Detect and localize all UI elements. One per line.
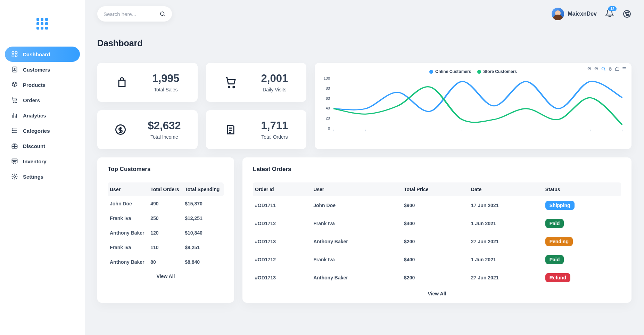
table-row[interactable]: Anthony Baker120$10,840 — [108, 226, 224, 240]
table-row[interactable]: #OD1712Frank Iva$4001 Jun 2021Paid — [253, 214, 621, 232]
column-header: Total Spending — [183, 182, 224, 196]
table-row[interactable]: Frank Iva250$12,251 — [108, 211, 224, 226]
svg-point-27 — [602, 67, 604, 70]
zoom-in-icon[interactable] — [587, 66, 592, 71]
sidebar-item-label: Orders — [23, 97, 40, 103]
svg-point-3 — [15, 55, 17, 57]
stat-label: Total Income — [148, 134, 181, 140]
categories-icon — [11, 127, 18, 134]
stat-value: 2,001 — [261, 72, 288, 85]
svg-point-13 — [13, 162, 14, 162]
sidebar-item-settings[interactable]: Settings — [5, 169, 80, 184]
table-row[interactable]: #OD1711John Doe$90017 Jun 2021Shipping — [253, 196, 621, 214]
stat-total-sales: 1,995Total Sales — [97, 63, 198, 102]
column-header: Total Price — [402, 182, 469, 196]
chart-legend: Online Customers Store Customers — [322, 69, 625, 74]
svg-rect-1 — [15, 52, 17, 54]
cart-icon — [224, 76, 237, 89]
view-all-link[interactable]: View All — [253, 287, 621, 296]
search-icon — [159, 10, 166, 17]
app-logo — [5, 7, 80, 44]
svg-rect-2 — [12, 55, 14, 57]
profile-link[interactable]: MaicxnDev — [552, 8, 597, 20]
table-row[interactable]: #OD1713Anthony Baker$20027 Jun 2021Pendi… — [253, 232, 621, 251]
chart-toolbar — [587, 66, 627, 71]
chart-plot: 100806040200 — [322, 76, 625, 135]
avatar — [552, 8, 564, 20]
table-row[interactable]: Frank Iva110$9,251 — [108, 240, 224, 255]
sidebar-item-label: Categories — [23, 128, 50, 134]
theme-icon[interactable] — [622, 9, 631, 18]
sidebar-item-dashboard[interactable]: Dashboard — [5, 47, 80, 62]
column-header: User — [108, 182, 148, 196]
sidebar-item-products[interactable]: Products — [5, 77, 80, 92]
user-name: MaicxnDev — [568, 11, 597, 17]
svg-point-8 — [12, 129, 13, 129]
receipt-icon — [224, 123, 237, 136]
svg-point-10 — [12, 132, 13, 133]
table-row[interactable]: John Doe490$15,870 — [108, 196, 224, 211]
stat-value: 1,995 — [152, 72, 180, 85]
sidebar-item-analytics[interactable]: Analytics — [5, 108, 80, 123]
column-header: Date — [469, 182, 543, 196]
view-all-link[interactable]: View All — [108, 269, 224, 279]
svg-point-5 — [14, 68, 15, 70]
status-badge: Refund — [545, 273, 570, 282]
svg-point-23 — [228, 86, 230, 88]
table-row[interactable]: #OD1713Anthony Baker$20027 Jun 2021Refun… — [253, 269, 621, 287]
sidebar-item-label: Discount — [23, 143, 45, 149]
column-header: Order Id — [253, 182, 311, 196]
chart-card: Online Customers Store Customers 1008060… — [315, 63, 631, 149]
svg-point-14 — [14, 162, 15, 162]
sidebar-item-orders[interactable]: Orders — [5, 92, 80, 108]
stat-value: 1,711 — [261, 120, 288, 132]
sidebar-item-inventory[interactable]: Inventory — [5, 154, 80, 169]
notifications-button[interactable]: 12 — [605, 9, 614, 19]
discount-icon — [11, 142, 18, 149]
status-badge: Paid — [545, 219, 564, 228]
search-input[interactable] — [104, 11, 159, 17]
sidebar-item-label: Analytics — [23, 113, 46, 119]
orders-icon — [11, 97, 18, 104]
sidebar-item-label: Customers — [23, 67, 50, 73]
stat-value: $2,632 — [148, 120, 181, 132]
bag-icon — [116, 76, 128, 89]
svg-point-9 — [12, 130, 13, 131]
customers-icon — [11, 66, 18, 73]
inventory-icon — [11, 158, 18, 165]
legend-item[interactable]: Online Customers — [429, 69, 471, 74]
dashboard-icon — [11, 51, 18, 58]
status-badge: Paid — [545, 255, 564, 264]
search-box[interactable] — [97, 6, 172, 22]
table-row[interactable]: Anthony Baker80$8,840 — [108, 255, 224, 269]
svg-point-6 — [13, 102, 14, 103]
svg-point-24 — [233, 86, 235, 88]
menu-icon[interactable] — [622, 66, 627, 71]
sidebar-item-label: Inventory — [23, 158, 47, 164]
home-icon[interactable] — [615, 66, 620, 71]
sidebar-item-categories[interactable]: Categories — [5, 123, 80, 138]
table-row[interactable]: #OD1712Frank Iva$4001 Jun 2021Paid — [253, 251, 621, 269]
pan-icon[interactable] — [608, 66, 613, 71]
svg-point-19 — [625, 12, 626, 13]
svg-point-15 — [16, 162, 16, 162]
products-icon — [11, 81, 18, 88]
svg-rect-0 — [12, 52, 14, 54]
notification-badge: 12 — [608, 6, 617, 11]
zoom-icon[interactable] — [601, 66, 606, 71]
page-title: Dashboard — [97, 38, 631, 48]
panel-title: Latest Orders — [253, 166, 621, 173]
zoom-out-icon[interactable] — [594, 66, 599, 71]
sidebar-item-customers[interactable]: Customers — [5, 62, 80, 77]
sidebar-item-discount[interactable]: Discount — [5, 138, 80, 154]
top-customers-panel: Top Customers UserTotal OrdersTotal Spen… — [97, 157, 234, 303]
stat-label: Total Sales — [152, 87, 180, 92]
latest-orders-table: Order IdUserTotal PriceDateStatus #OD171… — [253, 182, 621, 287]
svg-point-20 — [628, 12, 629, 13]
sidebar-item-label: Products — [23, 82, 46, 88]
legend-item[interactable]: Store Customers — [477, 69, 517, 74]
stat-label: Daily Visits — [261, 87, 288, 92]
svg-point-16 — [14, 176, 16, 178]
sidebar-item-label: Dashboard — [23, 51, 50, 57]
stat-total-income: $2,632Total Income — [97, 110, 198, 149]
